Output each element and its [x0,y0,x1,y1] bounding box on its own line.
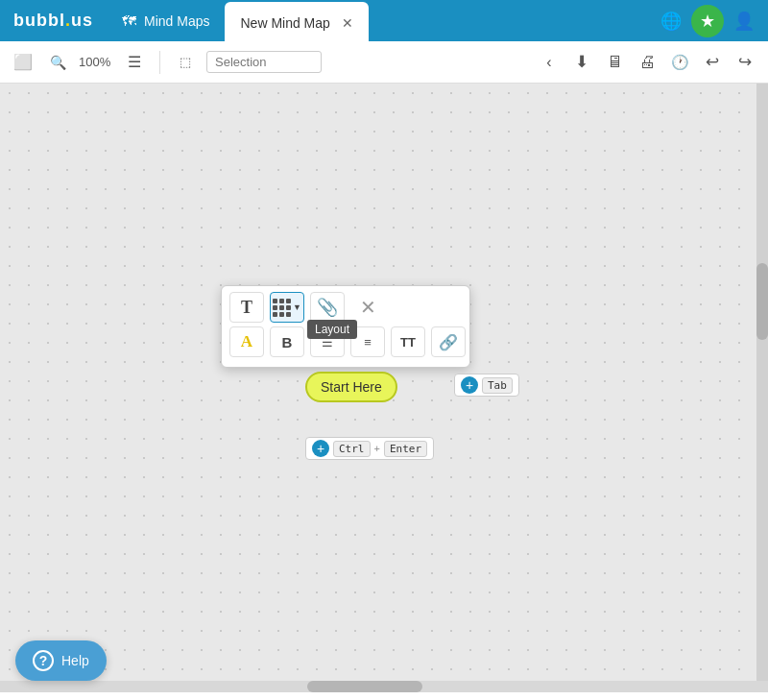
tab-mind-maps[interactable]: 🗺 Mind Maps [107,0,225,41]
zoom-level: 100% [79,55,113,69]
download-icon[interactable]: ⬇ [568,49,595,76]
app-logo[interactable]: bubbl.us [0,0,107,41]
canvas-area[interactable]: T ▼ 📎 ✕ A B ☰ ≡ TT 🔗 Layout [0,84,768,681]
monitor-icon[interactable]: 🖥 [601,49,628,76]
bold-button[interactable]: B [270,326,304,357]
plus-separator: + [374,443,380,454]
tab-close-icon[interactable]: ✕ [342,15,353,31]
user-button[interactable]: 👤 [728,5,760,37]
floating-toolbar: T ▼ 📎 ✕ A B ☰ ≡ TT 🔗 [221,285,470,368]
ctrl-key-label: Ctrl [333,441,371,457]
text-size-button[interactable]: TT [391,326,425,357]
toolbar-right: ‹ ⬇ 🖥 🖨 🕐 ↩ ↪ [536,49,758,76]
align-button[interactable]: ≡ [350,326,385,357]
color-text-button[interactable]: A [229,326,264,357]
node-label: Start Here [321,379,382,395]
undo-icon[interactable]: ↩ [699,49,726,76]
enter-key-label: Enter [384,441,427,457]
add-child-icon[interactable]: + [461,376,478,394]
header-actions: 🌐 ★ 👤 [655,5,768,37]
node-hint-tab-row: + Tab [454,374,519,397]
add-sibling-icon[interactable]: + [312,440,329,457]
tab-new-mind-map[interactable]: New Mind Map ✕ [225,2,368,43]
print-icon[interactable]: 🖨 [634,49,660,76]
selection-icon: ⬚ [172,49,199,76]
node-bubble[interactable]: Start Here [305,372,397,402]
globe-button[interactable]: 🌐 [655,5,687,37]
ft-row-2: A B ☰ ≡ TT 🔗 [229,326,462,357]
layout2-button[interactable]: ☰ [310,326,345,357]
node-hint-tab[interactable]: + Tab [454,374,519,397]
history-icon[interactable]: 🕐 [666,49,693,76]
link-button[interactable]: 🔗 [431,326,466,357]
node-hint-ctrl-row: + Ctrl + Enter [305,437,434,460]
tab-mind-maps-label: Mind Maps [144,13,209,29]
tab-key-label: Tab [482,377,513,394]
text-format-button[interactable]: T [229,292,264,323]
attach-button[interactable]: 📎 [310,292,345,323]
chevron-down-icon: ▼ [293,302,301,312]
help-label: Help [61,653,89,668]
main-toolbar: ⬜ 🔍 100% ☰ ⬚ ‹ ⬇ 🖥 🖨 🕐 ↩ ↪ [0,41,768,84]
tab-bar: bubbl.us 🗺 Mind Maps New Mind Map ✕ 🌐 ★ … [0,0,768,41]
node-hint-ctrl-enter[interactable]: + Ctrl + Enter [305,437,434,460]
menu-icon[interactable]: ☰ [121,49,148,76]
help-icon-text: ? [39,653,48,668]
scrollbar-thumb-bottom[interactable] [307,681,422,692]
redo-icon[interactable]: ↪ [732,49,758,76]
scrollbar-thumb-right[interactable] [756,263,768,340]
layout-button[interactable]: ▼ [270,292,304,323]
share-icon[interactable]: ‹ [536,49,563,76]
close-button[interactable]: ✕ [350,292,385,323]
zoom-icon[interactable]: 🔍 [44,49,71,76]
star-button[interactable]: ★ [691,5,724,37]
frame-icon[interactable]: ⬜ [10,49,36,76]
scrollbar-right[interactable] [756,84,768,681]
help-button[interactable]: ? Help [15,640,107,681]
ft-row-1: T ▼ 📎 ✕ [229,292,462,323]
toolbar-sep-1 [159,51,160,74]
tab-new-mind-map-label: New Mind Map [240,15,329,31]
grid-icon [273,299,291,317]
selection-input[interactable] [206,51,322,73]
logo-dot: . [65,11,71,31]
node-container: Start Here + Tab + Ctrl + Enter [305,372,434,460]
scrollbar-bottom[interactable] [0,681,768,692]
help-icon: ? [33,650,54,671]
mindmap-tab-icon: 🗺 [122,12,136,29]
